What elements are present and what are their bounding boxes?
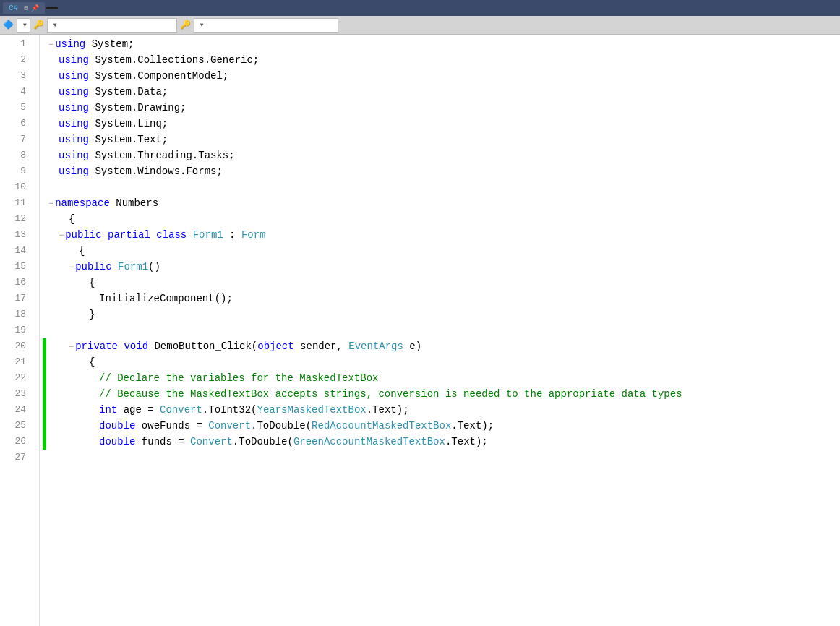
project-dropdown[interactable]: ▼ (17, 18, 30, 33)
code-content-21: { (48, 354, 95, 370)
line-num-12: 12 (0, 211, 32, 227)
line-num-10: 10 (0, 179, 32, 195)
green-marker-23 (43, 386, 46, 402)
pin-icon[interactable]: 📌 (31, 4, 39, 12)
code-line-13: −public partial class Form1 : Form (43, 227, 840, 243)
code-line-15: −public Form1() (43, 259, 840, 275)
nav-bar: 🔷 ▼ 🔑 ▼ 🔑 ▼ (0, 16, 840, 35)
green-marker-21 (43, 354, 46, 370)
code-line-3: using System.ComponentModel; (43, 68, 840, 84)
tab-form1cs[interactable]: C# ⊞ 📌 (3, 2, 45, 14)
green-marker-24 (43, 402, 46, 418)
code-lines[interactable]: −using System;using System.Collections.G… (40, 35, 840, 626)
line-num-17: 17 (0, 291, 32, 306)
tab-form1design[interactable] (46, 7, 58, 9)
member-dropdown-arrow: ▼ (200, 22, 204, 28)
code-content-11: −namespace Numbers (48, 195, 158, 212)
class-dropdown-arrow: ▼ (53, 22, 57, 28)
member-icon: 🔑 (180, 20, 191, 30)
class-icon: 🔑 (33, 20, 44, 30)
code-content-9: using System.Windows.Forms; (48, 163, 223, 179)
code-line-23: // Because the MaskedTextBox accepts str… (43, 386, 840, 402)
code-line-10 (43, 179, 840, 195)
line-num-7: 7 (0, 132, 32, 147)
code-line-11: −namespace Numbers (43, 195, 840, 211)
line-num-18: 18 (0, 306, 32, 322)
code-line-8: using System.Threading.Tasks; (43, 147, 840, 163)
code-content-1: −using System; (48, 36, 134, 53)
nav-class-section: 🔑 ▼ (33, 18, 177, 33)
code-line-26: double funds = Convert.ToDouble(GreenAcc… (43, 434, 840, 450)
code-line-22: // Declare the variables for the MaskedT… (43, 370, 840, 386)
code-content-3: using System.ComponentModel; (48, 68, 228, 84)
green-marker-22 (43, 370, 46, 386)
green-marker-20 (43, 338, 46, 354)
code-content-26: double funds = Convert.ToDouble(GreenAcc… (48, 434, 488, 450)
line-num-25: 25 (0, 418, 32, 434)
code-content-15: −public Form1() (48, 259, 160, 275)
project-dropdown-arrow: ▼ (23, 22, 27, 28)
nav-project-section: 🔷 ▼ (3, 18, 30, 33)
line-num-1: 1 (0, 36, 32, 52)
code-content-8: using System.Threading.Tasks; (48, 147, 235, 163)
line-num-14: 14 (0, 243, 32, 259)
code-line-5: using System.Drawing; (43, 100, 840, 116)
code-line-24: int age = Convert.ToInt32(YearsMaskedTex… (43, 402, 840, 418)
code-content-18: } (48, 306, 95, 322)
line-num-24: 24 (0, 402, 32, 418)
code-line-18: } (43, 306, 840, 322)
line-num-23: 23 (0, 386, 32, 402)
line-num-22: 22 (0, 370, 32, 386)
line-num-4: 4 (0, 84, 32, 100)
code-content-5: using System.Drawing; (48, 100, 186, 116)
line-num-5: 5 (0, 100, 32, 116)
code-line-14: { (43, 243, 840, 259)
line-num-15: 15 (0, 259, 32, 275)
code-line-25: double oweFunds = Convert.ToDouble(RedAc… (43, 418, 840, 434)
line-numbers: 1234567891011121314151617181920212223242… (0, 35, 40, 626)
code-line-20: −private void DemoButton_Click(object se… (43, 338, 840, 354)
code-content-23: // Because the MaskedTextBox accepts str… (48, 386, 682, 402)
code-line-19 (43, 322, 840, 338)
code-line-7: using System.Text; (43, 132, 840, 147)
nav-member-section: 🔑 ▼ (180, 18, 338, 33)
code-line-4: using System.Data; (43, 84, 840, 100)
line-num-26: 26 (0, 434, 32, 450)
class-dropdown[interactable]: ▼ (47, 18, 177, 33)
code-editor: 1234567891011121314151617181920212223242… (0, 35, 840, 626)
project-icon: 🔷 (3, 20, 14, 30)
tab-form1cs-icon: C# (9, 4, 18, 12)
code-line-2: using System.Collections.Generic; (43, 52, 840, 68)
tab-form1cs-close[interactable]: ⊞ (24, 4, 28, 12)
code-line-27 (43, 450, 840, 466)
code-content-17: InitializeComponent(); (48, 291, 233, 306)
title-bar: C# ⊞ 📌 (0, 0, 840, 16)
code-content-20: −private void DemoButton_Click(object se… (48, 338, 421, 355)
line-num-20: 20 (0, 338, 32, 354)
line-num-27: 27 (0, 450, 32, 466)
code-content-24: int age = Convert.ToInt32(YearsMaskedTex… (48, 402, 409, 418)
line-num-21: 21 (0, 354, 32, 370)
line-num-11: 11 (0, 195, 32, 211)
code-content-6: using System.Linq; (48, 116, 168, 132)
code-content-16: { (48, 275, 95, 291)
code-line-16: { (43, 275, 840, 291)
code-line-21: { (43, 354, 840, 370)
member-dropdown[interactable]: ▼ (194, 18, 338, 33)
code-content-22: // Declare the variables for the MaskedT… (48, 370, 378, 386)
code-line-17: InitializeComponent(); (43, 291, 840, 306)
code-content-25: double oweFunds = Convert.ToDouble(RedAc… (48, 418, 494, 434)
code-line-1: −using System; (43, 36, 840, 52)
code-line-9: using System.Windows.Forms; (43, 163, 840, 179)
line-num-19: 19 (0, 322, 32, 338)
green-marker-26 (43, 434, 46, 450)
line-num-9: 9 (0, 163, 32, 179)
code-content-14: { (48, 243, 85, 259)
code-content-7: using System.Text; (48, 132, 168, 147)
code-line-6: using System.Linq; (43, 116, 840, 132)
code-content-13: −public partial class Form1 : Form (48, 227, 266, 244)
code-area[interactable]: 1234567891011121314151617181920212223242… (0, 35, 840, 626)
line-num-6: 6 (0, 116, 32, 132)
code-content-2: using System.Collections.Generic; (48, 52, 259, 68)
code-content-4: using System.Data; (48, 84, 168, 100)
